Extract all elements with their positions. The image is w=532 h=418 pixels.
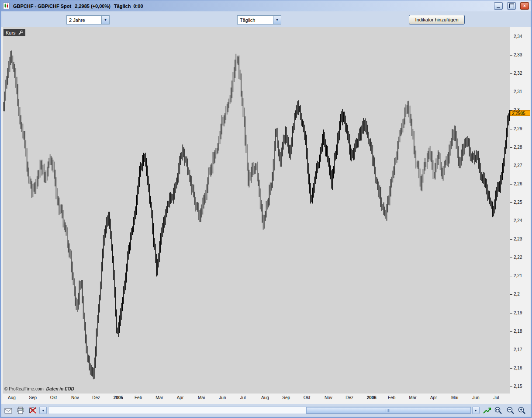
y-tick <box>510 37 512 37</box>
scroll-right-icon: ► <box>474 409 477 412</box>
y-axis-label: 2,18 <box>514 329 522 334</box>
y-axis-label: 2,22 <box>514 255 522 260</box>
x-axis[interactable]: AugSepOktNovDez2005FebMärAprMaiJunJulAug… <box>1 394 531 404</box>
y-axis-label: 2,23 <box>514 237 522 241</box>
snapshot-disabled-button[interactable] <box>28 406 38 415</box>
mail-icon <box>4 408 12 414</box>
y-axis-label: 2,2 <box>514 292 520 296</box>
price-pane-tab[interactable]: Kurs <box>3 29 25 36</box>
timeframe-select[interactable]: Täglich ▼ <box>237 15 281 24</box>
y-tick <box>510 202 512 203</box>
window-title-price: 2,2985 (+0,00%) <box>75 3 111 9</box>
y-axis-label: 2,3 <box>514 108 520 112</box>
maximize-button[interactable] <box>507 2 516 10</box>
zoom-in-button[interactable] <box>517 406 527 415</box>
x-axis-label: Jun <box>472 395 479 400</box>
y-axis[interactable]: 2,2985 2,342,332,322,312,32,292,282,272,… <box>510 27 531 394</box>
chevron-glyph: ▼ <box>104 18 107 21</box>
y-tick <box>510 368 512 369</box>
copyright-text: © ProRealTime.com <box>4 387 44 391</box>
x-axis-label: 2005 <box>114 395 123 400</box>
y-tick <box>510 92 512 92</box>
range-select-value: 2 Jahre <box>67 17 101 23</box>
zoom-fit-icon <box>494 406 503 415</box>
x-axis-label: Mai <box>198 395 205 400</box>
y-tick <box>510 294 512 295</box>
scrollbar-grip <box>386 409 391 412</box>
x-axis-label: Mai <box>451 395 458 400</box>
y-tick <box>510 129 512 129</box>
y-tick <box>510 184 512 185</box>
price-plot[interactable]: Kurs © ProRealTime.comDaten in EOD <box>3 27 510 394</box>
zoom-in-icon <box>518 406 526 415</box>
x-axis-label: Nov <box>71 395 79 400</box>
y-tick <box>510 166 512 166</box>
kurs-label: Kurs <box>6 30 16 35</box>
x-axis-label: Dez <box>345 395 353 400</box>
main-toolbar: 2 Jahre ▼ Täglich ▼ Indikator hinzufügen <box>1 11 531 27</box>
x-axis-label: Dez <box>92 395 100 400</box>
minimize-icon <box>497 7 500 8</box>
copyright: © ProRealTime.comDaten in EOD <box>4 387 74 391</box>
y-axis-label: 2,19 <box>514 310 522 315</box>
chevron-glyph: ▼ <box>276 18 279 21</box>
x-axis-label: Mär <box>409 395 416 400</box>
y-axis-label: 2,24 <box>514 218 522 223</box>
price-canvas[interactable] <box>3 27 510 394</box>
x-axis-label: Mär <box>155 395 163 400</box>
y-tick <box>510 350 512 350</box>
maximize-icon <box>509 3 514 8</box>
print-button[interactable] <box>16 406 25 415</box>
y-axis-label: 2,16 <box>514 366 522 370</box>
wrench-icon[interactable] <box>18 30 23 35</box>
range-select[interactable]: 2 Jahre ▼ <box>66 15 110 24</box>
reset-zoom-button[interactable] <box>482 406 492 415</box>
y-axis-label: 2,26 <box>514 181 522 186</box>
mail-button[interactable] <box>3 406 13 415</box>
titlebar[interactable]: GBPCHF - GBP/CHF Spot 2,2985 (+0,00%) Tä… <box>1 0 531 11</box>
chart-zone: Kurs © ProRealTime.comDaten in EOD 2,298… <box>1 27 531 404</box>
close-icon: × <box>523 4 526 8</box>
x-axis-label: Jul <box>494 395 499 400</box>
y-axis-label: 2,28 <box>514 145 522 150</box>
reset-zoom-icon <box>483 407 491 415</box>
scroll-left-button[interactable]: ◄ <box>39 407 47 414</box>
add-indicator-button[interactable]: Indikator hinzufügen <box>409 15 465 24</box>
x-axis-label: Feb <box>135 395 142 400</box>
x-axis-label: Jul <box>240 395 246 400</box>
window-title-period: Täglich 0:00 <box>114 3 143 9</box>
x-axis-label: Sep <box>29 395 37 400</box>
y-axis-label: 2,31 <box>514 89 522 94</box>
y-axis-label: 2,34 <box>514 34 522 39</box>
close-button[interactable]: × <box>520 2 529 10</box>
zoom-fit-button[interactable] <box>494 406 503 415</box>
timeframe-chevron-down-icon[interactable]: ▼ <box>273 16 281 24</box>
add-indicator-label: Indikator hinzufügen <box>415 17 458 22</box>
y-tick <box>510 276 512 276</box>
minimize-button[interactable] <box>494 2 503 10</box>
y-tick <box>510 387 512 387</box>
zoom-out-button[interactable] <box>506 406 515 415</box>
y-axis-label: 2,33 <box>514 52 522 57</box>
scroll-right-button[interactable]: ► <box>472 407 480 414</box>
x-axis-label: Apr <box>430 395 437 400</box>
y-axis-label: 2,21 <box>514 273 522 278</box>
range-chevron-down-icon[interactable]: ▼ <box>101 16 109 24</box>
y-axis-label: 2,32 <box>514 71 522 76</box>
last-price-badge: 2,2985 <box>510 110 530 116</box>
window-title-symbol: GBPCHF - GBP/CHF Spot <box>13 3 71 9</box>
printer-icon <box>17 407 24 414</box>
x-axis-label: Aug <box>261 395 269 400</box>
y-tick <box>510 110 512 111</box>
bottom-toolbar: ◄ ► <box>1 404 531 417</box>
y-axis-label: 2,25 <box>514 200 522 205</box>
scrollbar-thumb[interactable] <box>306 407 471 414</box>
y-tick <box>510 258 512 258</box>
y-tick <box>510 73 512 74</box>
camera-disabled-icon <box>29 407 37 414</box>
horizontal-scrollbar[interactable] <box>48 407 471 414</box>
y-tick <box>510 331 512 332</box>
x-axis-label: Jun <box>219 395 226 400</box>
x-axis-label: Okt <box>50 395 57 400</box>
x-axis-label: Okt <box>304 395 311 400</box>
